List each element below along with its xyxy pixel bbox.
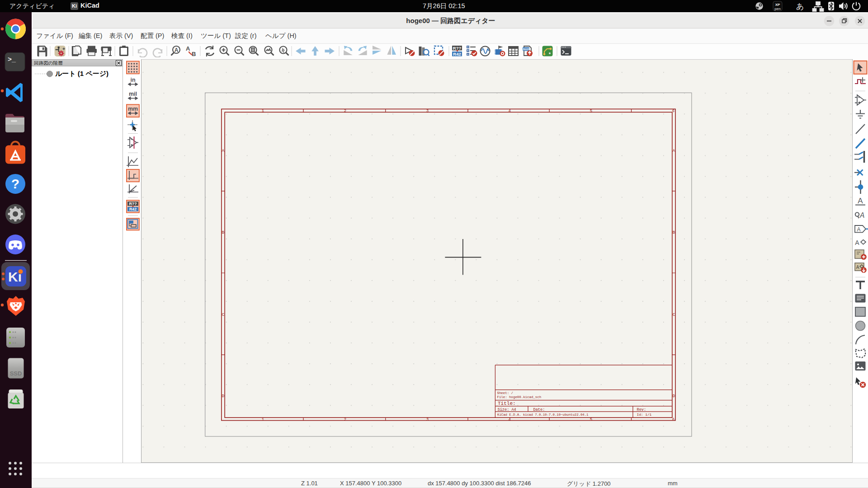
svg-text:Rev:: Rev: <box>637 408 646 412</box>
svg-text:4: 4 <box>508 418 510 422</box>
svg-text:C: C <box>673 313 675 317</box>
svg-text:B: B <box>673 230 675 235</box>
svg-text:Id: 1/1: Id: 1/1 <box>637 413 652 417</box>
svg-text:A: A <box>673 149 675 153</box>
svg-text:C: C <box>222 313 225 317</box>
svg-text:2: 2 <box>344 109 346 113</box>
svg-text:XP: XP <box>775 3 780 7</box>
svg-text:5: 5 <box>590 418 592 422</box>
svg-text:R42: R42 <box>129 207 137 211</box>
svg-text:D: D <box>673 394 675 399</box>
svg-text:3: 3 <box>426 418 429 422</box>
svg-text:R42: R42 <box>453 52 461 56</box>
svg-text:1: 1 <box>262 418 264 422</box>
svg-text:2: 2 <box>344 418 346 422</box>
svg-text:あ: あ <box>796 2 804 11</box>
svg-text:SSD: SSD <box>10 370 22 377</box>
svg-text:?: ? <box>11 176 19 191</box>
svg-text:6: 6 <box>672 418 675 422</box>
svg-text:A: A <box>857 226 860 233</box>
svg-text:File: hoge00.kicad_sch: File: hoge00.kicad_sch <box>497 395 542 399</box>
svg-text:>_: >_ <box>8 56 16 64</box>
svg-text:1: 1 <box>262 109 264 113</box>
svg-text:6: 6 <box>672 109 675 113</box>
svg-text:mm: mm <box>128 106 138 112</box>
svg-text:4: 4 <box>508 109 510 113</box>
svg-text:A: A <box>859 211 865 219</box>
svg-text:Title:: Title: <box>498 401 516 406</box>
svg-text:KiCad E.D.A. kicad 7.0.10-7.0: KiCad E.D.A. kicad 7.0.10-7.0.10~ubuntu2… <box>497 413 589 417</box>
svg-text:mil: mil <box>129 91 137 97</box>
svg-text:A: A <box>858 197 863 205</box>
svg-text:.bom: .bom <box>522 47 530 51</box>
svg-text:A: A <box>856 265 859 270</box>
svg-text:Date:: Date: <box>533 408 545 412</box>
svg-text:R??: R?? <box>453 46 462 51</box>
svg-text:Sheet: /: Sheet: / <box>497 391 514 395</box>
svg-text:A: A <box>855 239 859 246</box>
svg-text:A: A <box>222 149 225 153</box>
svg-text:3: 3 <box>426 109 429 113</box>
svg-text:pen: pen <box>774 7 780 11</box>
svg-text:5: 5 <box>590 109 592 113</box>
svg-text:B: B <box>222 230 225 235</box>
svg-text:D: D <box>222 394 224 399</box>
svg-text:A: A <box>186 45 190 52</box>
svg-text:A: A <box>175 47 179 53</box>
svg-text:R??: R?? <box>129 202 137 206</box>
svg-text:in: in <box>130 77 135 83</box>
svg-text:Size: A4: Size: A4 <box>498 408 516 412</box>
